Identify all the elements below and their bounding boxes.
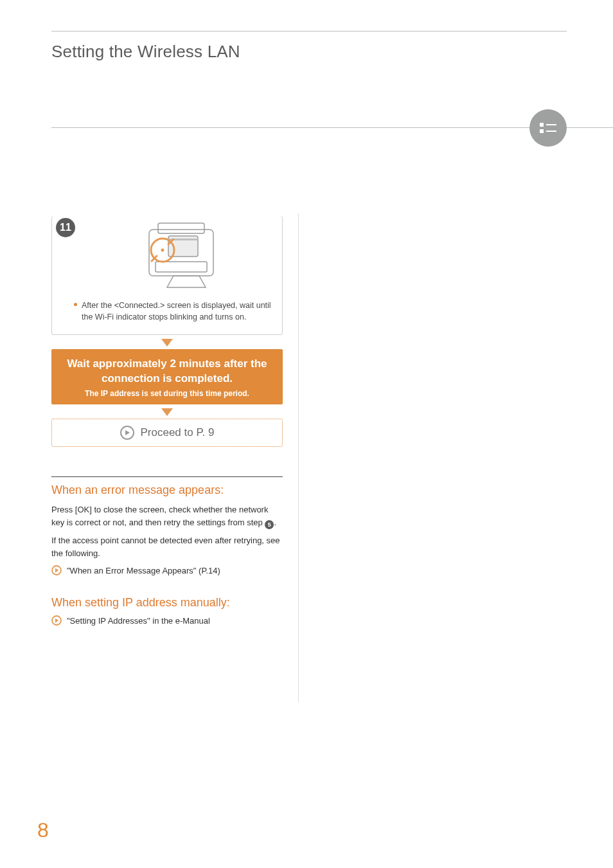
step-note: After the <Connected.> screen is display… — [62, 300, 272, 323]
svg-rect-1 — [540, 129, 544, 133]
svg-marker-18 — [55, 619, 58, 623]
svg-rect-0 — [540, 123, 544, 127]
svg-rect-3 — [546, 131, 556, 132]
triangle-down-icon — [161, 339, 173, 347]
page-title: Setting the Wireless LAN — [51, 42, 567, 62]
svg-marker-14 — [125, 430, 130, 435]
page: Setting the Wireless LAN 11 — [0, 0, 613, 868]
error-para2: If the access point cannot be detected e… — [51, 534, 283, 559]
svg-rect-4 — [158, 223, 204, 233]
chapter-badge-icon — [529, 109, 567, 147]
svg-rect-2 — [546, 124, 556, 125]
step-number: 11 — [60, 222, 71, 233]
ip-heading: When setting IP address manually: — [51, 596, 283, 610]
svg-marker-12 — [161, 339, 173, 347]
left-column: 11 — [51, 213, 283, 702]
step5-badge: 5 — [265, 520, 274, 529]
error-ref-row: "When an Error Message Appears" (P.14) — [51, 565, 283, 578]
error-heading: When an error message appears: — [51, 484, 283, 497]
flow-triangle-1 — [51, 339, 283, 347]
right-column — [314, 213, 567, 702]
arrow-right-circle-icon — [120, 426, 134, 440]
svg-point-9 — [161, 249, 164, 252]
step-card: 11 — [51, 216, 283, 335]
svg-marker-13 — [161, 408, 173, 416]
step-number-badge: 11 — [56, 218, 75, 237]
proceed-text: Proceed to P. 9 — [141, 426, 215, 439]
triangle-down-icon — [161, 408, 173, 416]
rule-top — [51, 31, 567, 32]
step-note-text: After the <Connected.> screen is display… — [82, 301, 271, 321]
ip-ref-row: "Setting IP Addresses" in the e-Manual — [51, 615, 283, 628]
bullet-dot-icon — [74, 303, 77, 306]
wait-box: Wait approximately 2 minutes after the c… — [51, 349, 283, 404]
proceed-box: Proceed to P. 9 — [51, 419, 283, 447]
ip-ref: "Setting IP Addresses" in the e-Manual — [67, 615, 210, 628]
rule-under-chapter — [51, 127, 613, 128]
svg-marker-16 — [55, 568, 58, 573]
flow-triangle-2 — [51, 408, 283, 416]
error-ref: "When an Error Message Appears" (P.14) — [67, 565, 220, 577]
error-para1-b: . — [274, 518, 276, 527]
wait-line1: Wait approximately 2 minutes after the c… — [60, 357, 274, 386]
arrow-right-circle-icon — [51, 615, 62, 628]
content-columns: 11 — [51, 213, 567, 702]
printer-illustration — [62, 216, 272, 293]
page-number: 8 — [37, 818, 49, 842]
svg-rect-7 — [155, 262, 207, 272]
column-divider — [298, 213, 299, 702]
arrow-right-circle-icon — [51, 565, 62, 578]
section-rule — [51, 476, 283, 477]
wait-line2: The IP address is set during this time p… — [60, 389, 274, 398]
error-para1: Press [OK] to close the screen, check wh… — [51, 503, 283, 529]
error-para1-a: Press [OK] to close the screen, check wh… — [51, 505, 268, 527]
